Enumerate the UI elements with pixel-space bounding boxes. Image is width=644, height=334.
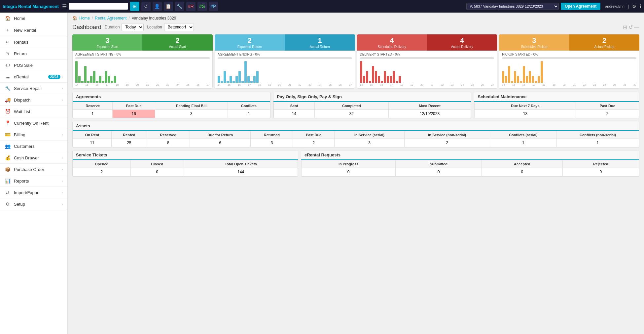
assets-col-returned: Returned [251,131,293,139]
p-tag-btn[interactable]: #P [209,2,218,11]
erental-accepted-val: 0 [482,168,562,176]
service-tickets-title: Service Tickets [73,150,298,160]
agreements-col-conflicts: Conflicts [228,102,270,110]
agreements-reserve-val: 1 [73,110,113,118]
actual-return-cell[interactable]: 1 Actual Return [285,34,355,51]
assets-col-rented: Rented [112,131,147,139]
assets-reserved-val: 8 [147,139,190,147]
sidebar-item-erental[interactable]: ☁ eRental 23/23 › [0,71,67,83]
erental-col-rejected: Rejected [562,160,639,168]
hamburger-icon[interactable]: ☰ [62,3,67,10]
progress-bar-outer-agreements [75,57,210,59]
breadcrumb-home-link[interactable]: Home [79,16,90,21]
agreements-col-reserve: Reserve [73,102,113,110]
scheduled-pickup-num: 3 [500,36,568,45]
stat-card-header-pickup: 3 Scheduled Pickup 2 Actual Pickup [499,34,639,51]
sidebar-item-return[interactable]: ↰ Return [0,48,67,60]
wrench-icon-btn[interactable]: 🔧 [175,2,184,11]
sidebar-item-service-repair[interactable]: 🔧 Service Repair › [0,83,67,94]
chart-ending [218,61,352,83]
duration-select[interactable]: Today [122,23,144,31]
pay-sign-col-completed: Completed [314,102,388,110]
agreement-select[interactable]: #: 5837 Vandalay Industries 3829 12/23/2… [466,3,559,10]
search-input[interactable] [69,3,128,10]
refresh-icon-btn[interactable]: ↺ [141,2,151,11]
dashboard-icons: ⊞ ↺ — [623,24,639,30]
erental-submitted-val: 0 [396,168,482,176]
sidebar-item-currently-on-rent[interactable]: 📍 Currently On Rent [0,117,67,129]
bar [111,81,113,83]
erental-requests-row: 0 0 0 0 [302,168,639,176]
pay-sign-col-sent: Sent [274,102,315,110]
agreements-col-past-due: Past Due [113,102,155,110]
actual-start-cell[interactable]: 2 Actual Start [142,34,212,51]
settings-icon[interactable]: ⚙ [632,4,636,9]
dashboard-more-icon[interactable]: — [634,24,639,30]
assets-col-due-return: Due for Return [190,131,251,139]
assets-col-conflicts-serial: Conflicts (serial) [490,131,556,139]
dashboard-header: Dashboard Duration Today Location Betten… [72,23,639,31]
pay-sign-title: Pay Only, Sign Only, Pay & Sign [273,92,471,102]
maintenance-row: 13 2 [475,110,639,118]
help-icon[interactable]: ℹ [640,4,641,9]
sidebar-item-rentals[interactable]: ↩ Rentals [0,36,67,48]
breadcrumb-home-icon: 🏠 [72,16,77,21]
sidebar-item-cash-drawer[interactable]: 💰 Cash Drawer › [0,152,67,164]
sidebar-label-erental: eRental [14,74,48,79]
actual-pickup-cell[interactable]: 2 Actual Pickup [569,34,639,51]
home-icon: 🏠 [5,16,11,21]
assets-in-service-serial-val: 3 [335,139,405,147]
dispatch-arrow: › [62,98,63,102]
bottom-sections: Service Tickets Opened Closed Total Open… [72,150,639,177]
stat-card-pickup: 3 Scheduled Pickup 2 Actual Pickup PICKU… [499,34,639,89]
sidebar-item-setup[interactable]: ⚙ Setup › [0,198,67,210]
rentals-icon: ↩ [5,39,11,45]
bar [96,81,98,83]
sidebar-item-wait-list[interactable]: ⏰ Wait List [0,106,67,117]
pos-icon: 🏷 [5,63,11,68]
scheduled-maintenance-table: Due Next 7 Days Past Due 13 2 [474,102,639,118]
actual-delivery-cell[interactable]: 4 Actual Delivery [427,34,497,51]
sidebar-item-import-export[interactable]: ⇄ Import/Export › [0,187,67,198]
sidebar-item-reports[interactable]: 📊 Reports › [0,175,67,187]
breadcrumb: 🏠 Home / Rental Agreement / Vandalay Ind… [72,16,639,21]
sidebar-item-new-rental[interactable]: ＋ New Rental [0,24,67,36]
import-export-arrow: › [62,191,63,194]
pay-sign-col-recent: Most Recent [388,102,471,110]
r-tag-btn[interactable]: #R [186,2,196,11]
expected-return-cell[interactable]: 2 Expected Return [215,34,285,51]
sidebar-item-dispatch[interactable]: 🚚 Dispatch › [0,94,67,106]
chart-pickup [502,61,636,83]
clipboard-icon-btn[interactable]: 📋 [164,2,173,11]
scheduled-delivery-lbl: Scheduled Delivery [358,45,426,49]
grid-icon-btn[interactable]: ⊞ [130,2,139,11]
sidebar-item-home[interactable]: 🏠 Home [0,13,67,24]
erental-requests-table: In Progress Submitted Accepted Rejected … [301,160,639,176]
dashboard-refresh-icon[interactable]: ↺ [628,24,633,30]
customers-icon: 👥 [5,144,11,149]
sidebar-item-purchase-order[interactable]: 📦 Purchase Order › [0,164,67,175]
sidebar-item-billing[interactable]: 💳 Billing › [0,129,67,141]
dashboard-grid-icon[interactable]: ⊞ [623,24,627,30]
chart-axis-pickup: 1415161718192021222324252627 [502,83,636,86]
progress-label-delivery: DELIVERY STARTED - 0% [360,53,494,56]
cash-drawer-arrow: › [62,156,63,160]
sidebar-item-customers[interactable]: 👥 Customers [0,141,67,152]
breadcrumb-rental-agreement-link[interactable]: Rental Agreement [95,16,126,21]
location-label: Location [147,25,162,29]
scheduled-pickup-cell[interactable]: 3 Scheduled Pickup [499,34,569,51]
stat-cards: 3 Expected Start 2 Actual Start AGREEMEN… [72,34,639,89]
s-tag-btn[interactable]: #S [197,2,207,11]
sidebar-item-pos-sale[interactable]: 🏷 POS Sale [0,60,67,71]
location-select[interactable]: Bettendorf [164,23,194,31]
maintenance-due7-val: 13 [475,110,576,118]
expected-start-cell[interactable]: 3 Expected Start [72,34,142,51]
sidebar-label-cash-drawer: Cash Drawer [14,155,60,160]
scheduled-delivery-cell[interactable]: 4 Scheduled Delivery [357,34,427,51]
user-icon-btn[interactable]: 👤 [153,2,162,11]
duration-label: Duration [105,25,120,29]
erental-icon: ☁ [5,74,11,79]
assets-col-reserved: Reserved [147,131,190,139]
stat-card-body-ending: AGREEMENT ENDING - 0% [215,51,355,89]
open-agreement-button[interactable]: Open Agreement [561,3,600,10]
